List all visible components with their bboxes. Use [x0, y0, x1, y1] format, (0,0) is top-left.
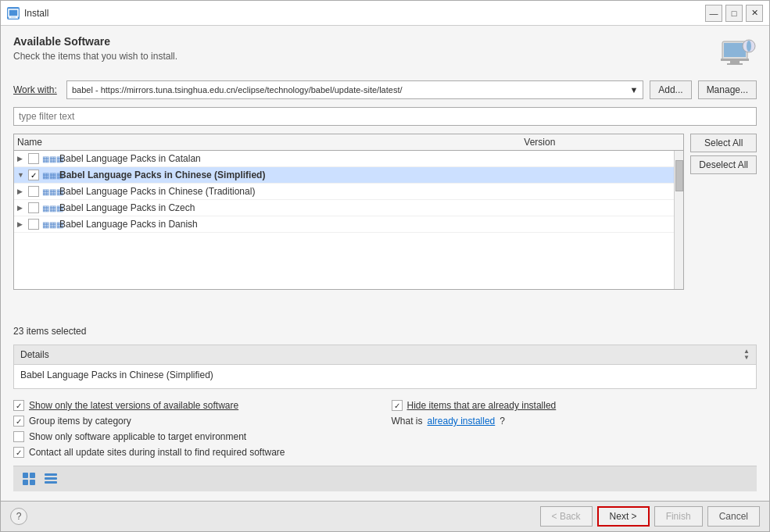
svg-rect-8 — [727, 63, 743, 65]
contact-update-sites-row: Contact all update sites during install … — [13, 447, 379, 458]
back-button[interactable]: < Back — [540, 506, 593, 527]
work-with-value: babel - https://mirrors.tuna.tsinghua.ed… — [72, 85, 403, 95]
details-section: Details ▲ ▼ Babel Language Packs in Chin… — [13, 345, 757, 389]
page-title: Available Software — [13, 35, 177, 48]
already-installed-prefix: What is — [392, 416, 423, 427]
software-table: Name Version ▶ ▦▦▦ Babel Language Packs … — [13, 134, 684, 290]
table-row[interactable]: ▶ ▦▦▦ Babel Language Packs in Danish — [14, 216, 674, 233]
header-section: Available Software Check the items that … — [13, 35, 757, 73]
contact-update-sites-label: Contact all update sites during install … — [29, 447, 285, 458]
filter-input[interactable] — [13, 107, 757, 126]
header-text: Available Software Check the items that … — [13, 35, 177, 62]
show-latest-versions-row: Show only the latest versions of availab… — [13, 400, 379, 411]
list-view-button[interactable] — [41, 470, 60, 488]
svg-rect-17 — [45, 481, 57, 484]
toolbar-icons — [20, 470, 60, 488]
scrollbar-thumb[interactable] — [675, 160, 683, 191]
work-with-dropdown[interactable]: babel - https://mirrors.tuna.tsinghua.ed… — [66, 80, 643, 99]
finish-button[interactable]: Finish — [654, 506, 703, 527]
table-row[interactable]: ▼ ✓ ▦▦▦ Babel Language Packs in Chinese … — [14, 167, 674, 184]
row-checkbox[interactable] — [28, 186, 39, 197]
main-content: Available Software Check the items that … — [1, 26, 769, 501]
close-button[interactable]: ✕ — [746, 5, 763, 22]
cancel-button[interactable]: Cancel — [707, 506, 760, 527]
already-installed-suffix: ? — [500, 416, 505, 427]
svg-rect-16 — [45, 477, 57, 480]
details-content: Babel Language Packs in Chinese (Simplif… — [14, 365, 756, 388]
version-column-header: Version — [524, 137, 680, 148]
svg-rect-7 — [730, 61, 740, 63]
page-subtitle: Check the items that you wish to install… — [13, 51, 177, 62]
package-icon: ▦▦▦ — [42, 204, 56, 212]
svg-point-10 — [747, 41, 751, 52]
row-checkbox[interactable] — [28, 153, 39, 164]
package-icon: ▦▦▦ — [42, 155, 56, 163]
deselect-all-button[interactable]: Deselect All — [690, 155, 757, 174]
select-all-button[interactable]: Select All — [690, 134, 757, 152]
footer-left: ? — [10, 508, 27, 525]
row-checkbox[interactable] — [28, 202, 39, 213]
svg-rect-13 — [23, 480, 28, 485]
details-scroll-arrows[interactable]: ▲ ▼ — [743, 348, 750, 361]
package-icon: ▦▦▦ — [42, 220, 56, 229]
title-bar: Install — □ ✕ — [1, 1, 769, 26]
hide-installed-checkbox[interactable] — [392, 400, 403, 411]
row-label: Babel Language Packs in Chinese (Simplif… — [59, 170, 671, 180]
group-by-category-checkbox[interactable] — [13, 416, 24, 427]
work-with-label: Work with: — [13, 84, 60, 95]
row-label: Babel Language Packs in Chinese (Traditi… — [59, 186, 671, 197]
dropdown-arrow-icon: ▼ — [629, 85, 638, 95]
svg-rect-11 — [23, 473, 28, 478]
svg-rect-15 — [45, 473, 57, 476]
options-section: Show only the latest versions of availab… — [13, 400, 757, 458]
already-installed-row: What is already installed ? — [392, 416, 757, 427]
add-button[interactable]: Add... — [650, 80, 691, 99]
package-icon: ▦▦▦ — [42, 171, 56, 180]
name-column-header: Name — [17, 137, 524, 148]
svg-rect-14 — [30, 480, 35, 485]
group-by-category-row: Group items by category — [13, 416, 379, 427]
show-latest-versions-label: Show only the latest versions of availab… — [29, 400, 238, 411]
minimize-button[interactable]: — — [705, 5, 722, 22]
row-label: Babel Language Packs in Czech — [59, 202, 671, 213]
expand-icon: ▶ — [17, 155, 27, 162]
table-section: Name Version ▶ ▦▦▦ Babel Language Packs … — [13, 134, 757, 318]
title-bar-left: Install — [7, 7, 48, 20]
options-left: Show only the latest versions of availab… — [13, 400, 379, 458]
hide-installed-row: Hide items that are already installed — [392, 400, 757, 411]
window-title: Install — [24, 8, 48, 19]
svg-rect-12 — [30, 473, 35, 478]
package-icon: ▦▦▦ — [42, 187, 56, 196]
table-row[interactable]: ▶ ▦▦▦ Babel Language Packs in Catalan — [14, 151, 674, 167]
help-button[interactable]: ? — [10, 508, 27, 525]
row-checkbox[interactable] — [28, 219, 39, 230]
dialog-footer: ? < Back Next > Finish Cancel — [1, 501, 769, 531]
svg-rect-6 — [721, 59, 749, 61]
maximize-button[interactable]: □ — [725, 5, 743, 22]
manage-button[interactable]: Manage... — [698, 80, 757, 99]
already-installed-link[interactable]: already installed — [428, 416, 496, 427]
expand-icon: ▶ — [17, 204, 27, 212]
scrollbar[interactable] — [674, 151, 683, 289]
table-action-buttons: Select All Deselect All — [690, 134, 757, 318]
table-row[interactable]: ▶ ▦▦▦ Babel Language Packs in Czech — [14, 200, 674, 216]
show-applicable-row: Show only software applicable to target … — [13, 431, 379, 442]
window-controls: — □ ✕ — [705, 5, 763, 22]
show-latest-versions-checkbox[interactable] — [13, 400, 24, 411]
eclipse-logo — [719, 35, 757, 73]
row-checkbox[interactable]: ✓ — [28, 170, 39, 180]
contact-update-sites-checkbox[interactable] — [13, 447, 24, 458]
svg-rect-0 — [9, 9, 18, 16]
show-applicable-checkbox[interactable] — [13, 431, 24, 442]
show-applicable-label: Show only software applicable to target … — [29, 431, 246, 442]
install-dialog: Install — □ ✕ Available Software Check t… — [0, 0, 770, 532]
expand-icon: ▶ — [17, 220, 27, 228]
next-button[interactable]: Next > — [597, 506, 650, 527]
options-right: Hide items that are already installed Wh… — [392, 400, 757, 458]
table-with-scroll: ▶ ▦▦▦ Babel Language Packs in Catalan ▼ … — [14, 151, 683, 289]
table-row[interactable]: ▶ ▦▦▦ Babel Language Packs in Chinese (T… — [14, 184, 674, 200]
work-with-row: Work with: babel - https://mirrors.tuna.… — [13, 80, 757, 99]
hide-installed-label: Hide items that are already installed — [407, 400, 557, 411]
row-label: Babel Language Packs in Catalan — [59, 153, 671, 164]
grid-view-button[interactable] — [20, 470, 38, 488]
